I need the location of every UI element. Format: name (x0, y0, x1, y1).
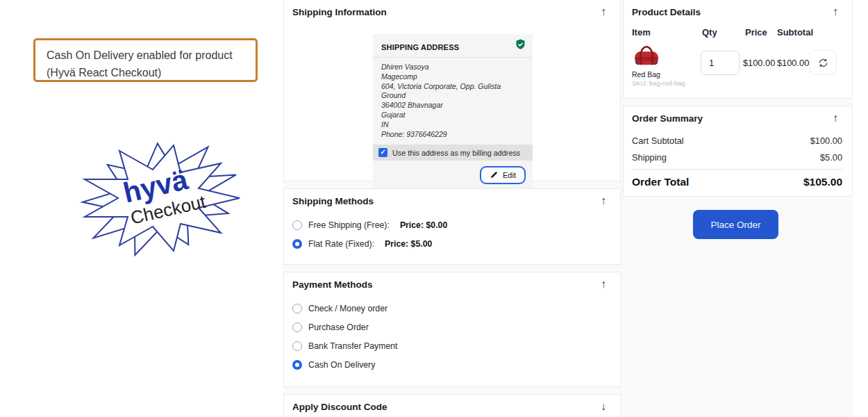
summary-label: Shipping (632, 152, 667, 163)
checkout-app: Shipping Information ↑ SHIPPING ADDRESS … (283, 0, 853, 417)
shipping-option-flat-rate[interactable]: Flat Rate (Fixed): Price: $5.00 (292, 234, 612, 253)
collapse-arrow-icon[interactable]: ↑ (833, 6, 838, 17)
product-price: $100.00 (743, 58, 775, 68)
shipping-address-lines: Dhiren Vasoya Magecomp 604, Victoria Cor… (373, 58, 533, 145)
update-qty-button[interactable] (810, 50, 837, 75)
refresh-icon (818, 58, 828, 68)
hyva-checkout-logo: hyvä Checkout (76, 136, 243, 261)
radio-selected-icon[interactable] (292, 239, 302, 249)
column-qty: Qty (702, 27, 717, 38)
summary-value: $100.00 (810, 136, 842, 146)
discount-code-title: Apply Discount Code (292, 402, 387, 412)
order-total-value: $105.00 (803, 176, 842, 188)
payment-option-cash-on-delivery[interactable]: Cash On Delivery (292, 355, 612, 374)
address-line: Phone: 9376646229 (381, 130, 524, 140)
payment-option-label: Check / Money order (308, 304, 387, 313)
payment-option-label: Purchase Order (308, 322, 369, 332)
payment-option-bank-transfer[interactable]: Bank Transfer Payment (292, 336, 612, 355)
product-sku: SKU: bag-red-bag (632, 79, 698, 87)
radio-icon[interactable] (292, 220, 302, 230)
order-summary-title: Order Summary (632, 113, 703, 124)
address-line: 604, Victoria Corporate, Opp. Gulista Gr… (381, 82, 524, 101)
place-order-button[interactable]: Place Order (693, 210, 778, 239)
payment-option-purchase-order[interactable]: Purchase Order (292, 318, 612, 336)
summary-row-shipping: Shipping $5.00 (632, 149, 842, 165)
annotation-line2: (Hyvä React Checkout) (47, 64, 244, 81)
product-details-title: Product Details (632, 7, 701, 17)
collapse-arrow-icon[interactable]: ↑ (601, 279, 606, 290)
shipping-option-label: Free Shipping (Free): (308, 220, 390, 230)
product-table-row: Red Bag SKU: bag-red-bag $100.00 $100.00 (624, 43, 852, 92)
order-total-row: Order Total $105.00 (632, 169, 842, 188)
address-line: IN (381, 120, 524, 130)
collapse-arrow-icon[interactable]: ↑ (601, 6, 606, 17)
shipping-methods-section: Shipping Methods ↑ Free Shipping (Free):… (283, 188, 621, 265)
summary-label: Cart Subtotal (632, 136, 684, 146)
radio-icon[interactable] (292, 304, 302, 313)
radio-icon[interactable] (292, 341, 302, 351)
billing-checkbox[interactable] (378, 148, 387, 157)
product-name: Red Bag (632, 70, 698, 79)
shipping-option-price: Price: $0.00 (400, 220, 447, 230)
discount-code-section: Apply Discount Code ↓ (283, 394, 621, 417)
payment-option-label: Bank Transfer Payment (308, 341, 398, 351)
shipping-option-label: Flat Rate (Fixed): (308, 239, 374, 249)
product-image-red-bag (632, 44, 661, 67)
edit-address-button[interactable]: Edit (480, 166, 526, 184)
shipping-option-free[interactable]: Free Shipping (Free): Price: $0.00 (292, 215, 612, 234)
edit-button-label: Edit (503, 171, 516, 179)
radio-icon[interactable] (292, 322, 302, 332)
shipping-information-section: Shipping Information ↑ SHIPPING ADDRESS … (283, 0, 621, 181)
starburst-icon: hyvä Checkout (76, 136, 243, 261)
shipping-methods-title: Shipping Methods (292, 196, 374, 206)
payment-methods-section: Payment Methods ↑ Check / Money order Pu… (283, 272, 621, 387)
order-summary-section: Order Summary ↑ Cart Subtotal $100.00 Sh… (623, 106, 853, 197)
column-price: Price (745, 27, 767, 38)
shipping-address-card: SHIPPING ADDRESS Dhiren Vasoya Magecomp … (373, 34, 533, 191)
address-line: 364002 Bhavnagar (381, 101, 524, 111)
payment-option-check-money-order[interactable]: Check / Money order (292, 299, 612, 318)
product-subtotal: $100.00 (777, 58, 809, 68)
annotation-line1: Cash On Delivery enabled for product (47, 47, 244, 64)
qty-input[interactable] (701, 51, 740, 75)
radio-selected-icon[interactable] (292, 360, 302, 370)
collapse-arrow-icon[interactable]: ↑ (833, 113, 838, 124)
verified-shield-icon (515, 38, 526, 54)
pencil-icon (490, 171, 498, 179)
address-line: Magecomp (381, 72, 524, 82)
column-item: Item (632, 27, 651, 38)
billing-checkbox-label: Use this address as my billing address (392, 149, 520, 157)
payment-option-label: Cash On Delivery (308, 360, 375, 370)
summary-row-cart-subtotal: Cart Subtotal $100.00 (632, 132, 842, 149)
address-line: Dhiren Vasoya (381, 63, 524, 72)
summary-value: $5.00 (820, 152, 842, 163)
billing-address-checkbox-row[interactable]: Use this address as my billing address (373, 145, 533, 161)
product-details-section: Product Details ↑ Item Qty Price Subtota… (623, 0, 853, 99)
annotation-note: Cash On Delivery enabled for product (Hy… (33, 38, 258, 82)
column-subtotal: Subtotal (777, 27, 813, 38)
shipping-option-price: Price: $5.00 (385, 239, 432, 249)
shipping-address-title: SHIPPING ADDRESS (381, 43, 459, 51)
payment-methods-title: Payment Methods (292, 279, 373, 290)
shipping-information-title: Shipping Information (292, 7, 387, 17)
expand-arrow-icon[interactable]: ↓ (601, 401, 606, 412)
collapse-arrow-icon[interactable]: ↑ (601, 195, 606, 206)
address-line: Gujarat (381, 111, 524, 120)
order-total-label: Order Total (632, 176, 689, 188)
